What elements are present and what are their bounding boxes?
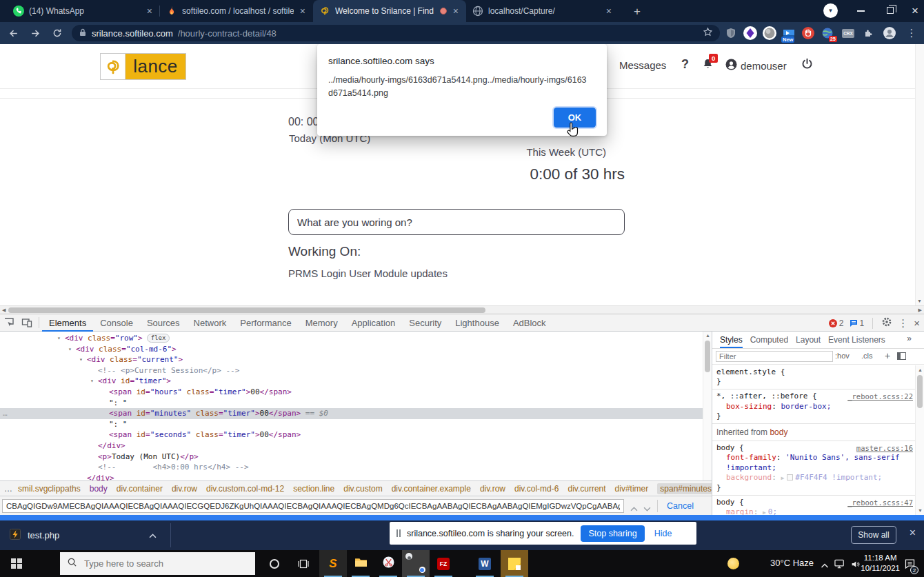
breadcrumb-overflow[interactable]: … — [4, 484, 12, 494]
sidebar-panel-icon[interactable] — [897, 352, 906, 361]
color-swatch-icon[interactable] — [787, 474, 793, 480]
scrollbar-thumb[interactable] — [8, 307, 485, 313]
tree-node[interactable]: ▾<div id="timer"> — [0, 376, 703, 387]
close-window-button[interactable]: × — [912, 3, 918, 19]
devtools-tab-network[interactable]: Network — [187, 314, 234, 332]
devtools-settings-gear-icon[interactable] — [881, 316, 892, 330]
srilance-logo[interactable]: lance — [100, 53, 186, 80]
styles-tab-styles[interactable]: Styles — [720, 332, 743, 348]
taskbar-search-input[interactable] — [83, 558, 234, 569]
cortana-icon[interactable] — [261, 550, 288, 577]
find-next-icon[interactable] — [643, 502, 651, 514]
expand-arrow-icon[interactable]: ▾ — [90, 376, 98, 387]
breadcrumb-item[interactable]: div.col-md-6 — [514, 484, 559, 494]
taskbar-app-filezilla[interactable]: FZ — [430, 550, 457, 577]
notification-bell-icon[interactable]: 0 — [702, 58, 714, 73]
devtools-tab-security[interactable]: Security — [402, 314, 448, 332]
rule-selector[interactable]: *, ::after, ::before { — [716, 392, 817, 401]
breadcrumb-item[interactable]: div.custom — [343, 484, 382, 494]
tray-chevron-icon[interactable] — [821, 559, 829, 571]
back-button[interactable] — [6, 26, 21, 41]
profile-avatar-icon[interactable] — [881, 25, 898, 41]
tree-node[interactable]: ▾<div class="col-md-6"> — [0, 344, 703, 355]
find-input[interactable] — [2, 499, 624, 513]
new-style-rule-icon[interactable]: + — [885, 350, 890, 361]
weather-status[interactable]: 30°C Haze — [770, 558, 814, 568]
taskbar-app-sublime[interactable]: S — [319, 550, 347, 577]
devtools-close-icon[interactable]: × — [914, 317, 920, 329]
globe-vpn-extension-icon[interactable]: 25 — [819, 25, 836, 41]
more-tabs-icon[interactable]: » — [907, 334, 912, 343]
rule-selector[interactable]: element.style { — [716, 367, 785, 376]
cls-toggle[interactable]: .cls — [861, 352, 873, 360]
working-on-input[interactable] — [288, 209, 625, 235]
profile-caret-button[interactable]: ▼ — [823, 3, 838, 18]
devtools-tab-memory[interactable]: Memory — [299, 314, 345, 332]
network-icon[interactable] — [834, 559, 846, 571]
taskbar-app-chrome[interactable] — [402, 550, 430, 577]
stylesheet-link[interactable]: master.css:16 — [856, 443, 913, 453]
console-error-count[interactable]: 2 — [829, 318, 844, 328]
gray-sphere-extension-icon[interactable] — [761, 25, 778, 41]
puzzle-extensions-icon[interactable] — [861, 25, 877, 41]
start-button[interactable] — [0, 550, 33, 577]
tree-node[interactable]: </div> — [0, 441, 703, 452]
devtools-tab-application[interactable]: Application — [345, 314, 403, 332]
tab-close-icon[interactable]: × — [299, 6, 307, 16]
find-previous-icon[interactable] — [630, 502, 638, 514]
styles-tab-layout[interactable]: Layout — [796, 332, 821, 348]
stylesheet-link[interactable]: _reboot.scss:22 — [847, 392, 913, 401]
inherited-node-link[interactable]: body — [770, 427, 787, 437]
restore-button[interactable] — [887, 7, 894, 14]
breadcrumb-item[interactable]: div.container.example — [392, 484, 471, 494]
taskbar-search[interactable] — [60, 552, 255, 575]
rule-selector[interactable]: body { — [716, 498, 744, 507]
tree-node[interactable]: <span id="hours" class="timer">00</span> — [0, 387, 703, 398]
browser-tab[interactable]: Welcome to Srilance | Find D× — [313, 0, 466, 22]
logout-power-icon[interactable] — [801, 58, 813, 72]
breadcrumb-item[interactable]: div.custom.col-md-12 — [206, 484, 284, 494]
adblock-hand-extension-icon[interactable] — [800, 25, 816, 41]
device-toolbar-icon[interactable] — [18, 314, 36, 332]
breadcrumb-item[interactable]: section.line — [293, 484, 334, 494]
download-caret-icon[interactable] — [149, 530, 157, 540]
taskbar-app-snipping-tool[interactable] — [374, 550, 402, 577]
node-menu-icon[interactable]: … — [3, 408, 8, 419]
hov-toggle[interactable]: :hov — [835, 352, 850, 360]
help-icon[interactable]: ? — [681, 57, 689, 72]
show-all-downloads-button[interactable]: Show all — [851, 526, 896, 544]
css-property[interactable]: box-sizing: border-box; — [716, 402, 913, 412]
stylesheet-link[interactable]: _reboot.scss:47 — [847, 498, 913, 507]
breadcrumb-item[interactable]: smil.svgclippaths — [18, 484, 81, 494]
browser-menu-icon[interactable]: ⋮ — [903, 25, 920, 41]
tab-close-icon[interactable]: × — [605, 6, 613, 16]
devtools-tab-performance[interactable]: Performance — [233, 314, 298, 332]
browser-tab[interactable]: softileo.com / localhost / softileo× — [160, 0, 313, 22]
hide-sharing-button[interactable]: Hide — [654, 529, 672, 538]
expand-arrow-icon[interactable]: ▾ — [68, 344, 76, 355]
volume-icon[interactable] — [850, 559, 861, 571]
page-vertical-scrollbar[interactable]: ▼ — [915, 44, 924, 305]
styles-scrollbar[interactable]: ▲▼ — [915, 365, 924, 515]
expand-arrow-icon[interactable]: ▾ — [57, 333, 65, 344]
reload-button[interactable] — [50, 26, 65, 41]
crx-extension-icon[interactable]: CRX — [840, 25, 856, 41]
breadcrumb-item[interactable]: div.current — [568, 484, 605, 494]
breadcrumb-item[interactable]: body — [90, 484, 108, 494]
css-property[interactable]: font-family: 'Nunito Sans', sans-serif !… — [716, 453, 913, 472]
shield-extension-icon[interactable] — [723, 25, 739, 41]
tree-node[interactable]: …<span id="minutes" class="timer">00</sp… — [0, 408, 703, 419]
weather-icon[interactable] — [727, 558, 739, 569]
breadcrumb-item[interactable]: div#timer — [615, 484, 649, 494]
stop-sharing-button[interactable]: Stop sharing — [581, 525, 644, 542]
taskbar-app-file-explorer[interactable] — [347, 550, 374, 577]
tree-node[interactable]: </div> — [0, 473, 703, 480]
devtools-tab-sources[interactable]: Sources — [140, 314, 187, 332]
styles-filter-input[interactable] — [716, 351, 833, 362]
devtools-tab-elements[interactable]: Elements — [42, 314, 93, 332]
devtools-tab-adblock[interactable]: AdBlock — [506, 314, 553, 332]
forward-button[interactable] — [28, 26, 43, 41]
close-download-bar-icon[interactable]: × — [910, 527, 916, 539]
task-view-icon[interactable] — [290, 550, 317, 577]
css-property[interactable]: margin: ▶0; — [716, 507, 913, 515]
